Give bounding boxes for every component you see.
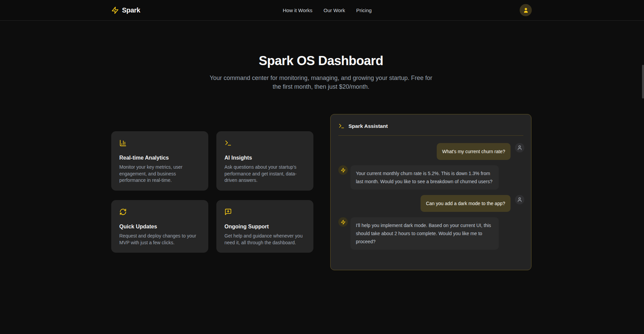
- brand-name: Spark: [122, 6, 140, 14]
- zap-icon: [341, 220, 346, 225]
- page-title: Spark OS Dashboard: [0, 54, 642, 68]
- assistant-panel-title: Spark Assistant: [348, 123, 388, 129]
- chat-message-assistant: Your current monthly churn rate is 5.2%.…: [338, 165, 524, 190]
- user-message-bubble: Can you add a dark mode to the app?: [421, 195, 511, 212]
- scrollbar: [642, 0, 644, 334]
- chat-messages: What's my current churn rate? Your curre…: [331, 136, 531, 250]
- zap-icon: [341, 168, 346, 173]
- brand-logo[interactable]: Spark: [111, 0, 140, 21]
- feature-description: Get help and guidance whenever you need …: [224, 233, 305, 246]
- chat-message-user: What's my current churn rate?: [338, 143, 524, 160]
- feature-card-realtime-analytics: Real-time Analytics Monitor your key met…: [111, 131, 208, 191]
- nav-bar: Spark How it Works Our Work Pricing: [0, 0, 644, 21]
- page-subtitle: Your command center for monitoring, mana…: [205, 74, 437, 91]
- nav-link-our-work[interactable]: Our Work: [324, 7, 345, 13]
- feature-title: Quick Updates: [119, 224, 200, 230]
- nav-links: How it Works Our Work Pricing: [283, 0, 372, 21]
- feature-card-ongoing-support: Ongoing Support Get help and guidance wh…: [216, 200, 313, 253]
- feature-description: Monitor your key metrics, user engagemen…: [119, 164, 200, 184]
- nav-link-pricing[interactable]: Pricing: [356, 7, 372, 13]
- assistant-chat-avatar: [338, 217, 348, 227]
- refresh-icon: [119, 208, 200, 216]
- assistant-message-bubble: I'll help you implement dark mode. Based…: [350, 217, 499, 250]
- feature-description: Ask questions about your startup's perfo…: [224, 164, 305, 184]
- feature-title: Ongoing Support: [224, 224, 305, 230]
- bar-chart-icon: [119, 139, 200, 147]
- assistant-chat-avatar: [338, 165, 348, 175]
- chat-message-user: Can you add a dark mode to the app?: [338, 195, 524, 212]
- assistant-message-bubble: Your current monthly churn rate is 5.2%.…: [350, 165, 499, 190]
- feature-card-quick-updates: Quick Updates Request and deploy changes…: [111, 200, 208, 253]
- user-avatar-button[interactable]: [520, 4, 532, 16]
- feature-card-ai-insights: AI Insights Ask questions about your sta…: [216, 131, 313, 191]
- assistant-panel: Spark Assistant What's my current churn …: [330, 114, 531, 270]
- user-icon: [517, 145, 522, 150]
- page: Spark How it Works Our Work Pricing Spar…: [0, 0, 644, 334]
- chat-message-assistant: I'll help you implement dark mode. Based…: [338, 217, 524, 250]
- message-plus-icon: [224, 208, 305, 216]
- feature-grid: Real-time Analytics Monitor your key met…: [111, 131, 313, 253]
- terminal-icon: [338, 123, 345, 129]
- user-chat-avatar: [515, 143, 524, 152]
- assistant-panel-header: Spark Assistant: [331, 114, 531, 135]
- user-message-bubble: What's my current churn rate?: [437, 143, 511, 160]
- zap-icon: [111, 6, 119, 14]
- feature-title: Real-time Analytics: [119, 155, 200, 161]
- scrollbar-thumb[interactable]: [642, 65, 644, 99]
- nav-link-how-it-works[interactable]: How it Works: [283, 7, 312, 13]
- feature-title: AI Insights: [224, 155, 305, 161]
- terminal-icon: [224, 139, 305, 147]
- user-icon: [523, 7, 529, 13]
- user-chat-avatar: [515, 195, 524, 204]
- feature-description: Request and deploy changes to your MVP w…: [119, 233, 200, 246]
- user-icon: [517, 197, 522, 202]
